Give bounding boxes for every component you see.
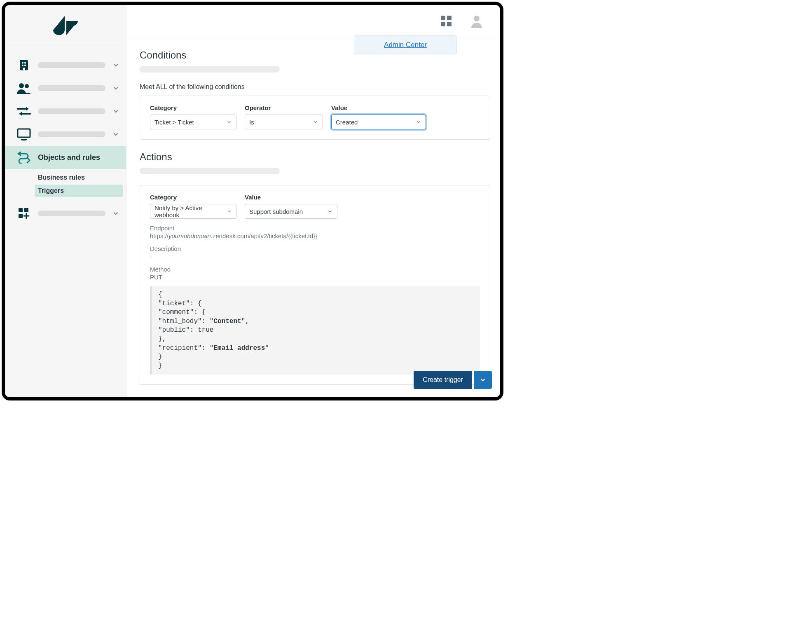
endpoint-value: https://yoursubdomain.zendesk.com/api/v2…	[150, 232, 480, 239]
select-value: Created	[336, 119, 358, 126]
conditions-meet-all: Meet ALL of the following conditions	[140, 83, 490, 91]
action-category-select[interactable]: Notify by > Active webhook	[150, 204, 236, 219]
svg-point-7	[25, 84, 29, 88]
action-category-label: Category	[150, 194, 236, 201]
chevron-down-icon	[226, 119, 232, 125]
svg-rect-19	[441, 22, 445, 26]
workflow-icon	[16, 150, 31, 165]
chevron-down-icon	[112, 84, 119, 92]
svg-rect-18	[447, 16, 452, 20]
sidebar-item-1[interactable]	[5, 54, 126, 77]
sidebar-item-objects-and-rules[interactable]: Objects and rules	[5, 146, 126, 169]
chevron-down-icon	[112, 131, 119, 138]
actions-title: Actions	[140, 151, 490, 163]
description-value: -	[150, 253, 480, 260]
sidebar: Objects and rules Business rules Trigger…	[5, 5, 126, 397]
building-icon	[16, 58, 31, 73]
chevron-down-icon	[112, 108, 119, 115]
svg-rect-5	[23, 68, 25, 70]
create-trigger-button[interactable]: Create trigger	[414, 371, 472, 389]
chevron-down-icon	[479, 376, 487, 384]
endpoint-label: Endpoint	[150, 225, 480, 232]
select-value: Is	[249, 119, 254, 126]
operator-label: Operator	[245, 104, 323, 111]
sidebar-item-label: Objects and rules	[38, 153, 119, 162]
chevron-down-icon	[313, 119, 318, 125]
logo-area	[5, 5, 126, 46]
apps-plus-icon	[16, 206, 31, 221]
description-label: Description	[150, 245, 480, 252]
select-value: Notify by > Active webhook	[154, 204, 222, 218]
svg-rect-10	[18, 129, 30, 137]
action-value-label: Value	[245, 194, 337, 201]
arrows-icon	[16, 104, 31, 119]
sidebar-item-6[interactable]	[5, 202, 126, 225]
admin-center-pill: Admin Center	[354, 35, 457, 54]
sidebar-item-4[interactable]	[5, 123, 126, 146]
chevron-down-icon	[227, 208, 232, 214]
actions-card: Category Notify by > Active webhook Valu…	[140, 185, 490, 385]
topbar	[126, 5, 500, 37]
chevron-down-icon	[416, 119, 421, 125]
admin-center-link[interactable]: Admin Center	[384, 41, 427, 49]
zendesk-logo	[53, 16, 78, 35]
select-value: Support subdomain	[249, 208, 303, 215]
footer-actions: Create trigger	[414, 371, 492, 389]
sidebar-subnav: Business rules Triggers	[5, 169, 126, 202]
main-area: Admin Center Conditions Meet ALL of the …	[126, 5, 500, 397]
method-label: Method	[150, 266, 480, 273]
sidebar-nav: Objects and rules Business rules Trigger…	[5, 46, 126, 225]
create-trigger-split[interactable]	[474, 371, 492, 389]
sidebar-label-placeholder	[38, 108, 105, 114]
sidebar-label-placeholder	[38, 62, 105, 68]
chevron-down-icon	[112, 61, 119, 69]
condition-value-select[interactable]: Created	[331, 115, 426, 129]
method-value: PUT	[150, 274, 480, 281]
conditions-desc-placeholder	[140, 66, 280, 73]
products-icon[interactable]	[439, 14, 453, 28]
category-label: Category	[150, 104, 236, 111]
svg-point-11	[21, 139, 27, 141]
sidebar-label-placeholder	[38, 85, 105, 91]
actions-desc-placeholder	[140, 168, 280, 174]
sidebar-subitem-triggers[interactable]: Triggers	[35, 185, 123, 197]
select-value: Ticket > Ticket	[154, 119, 194, 126]
sidebar-subitem-business-rules[interactable]: Business rules	[35, 171, 123, 184]
condition-category-select[interactable]: Ticket > Ticket	[150, 115, 236, 129]
sidebar-label-placeholder	[38, 131, 105, 137]
action-value-select[interactable]: Support subdomain	[245, 204, 337, 219]
svg-rect-13	[24, 208, 28, 212]
chevron-down-icon	[327, 208, 333, 214]
svg-rect-1	[22, 62, 23, 64]
sidebar-item-2[interactable]	[5, 77, 126, 100]
people-icon	[16, 81, 31, 96]
chevron-down-icon	[112, 210, 119, 217]
content: Conditions Meet ALL of the following con…	[126, 37, 500, 397]
monitor-icon	[16, 127, 31, 142]
svg-rect-20	[447, 22, 452, 26]
sidebar-label-placeholder	[38, 211, 105, 216]
svg-rect-17	[441, 16, 445, 20]
sidebar-item-3[interactable]	[5, 100, 126, 123]
svg-rect-14	[19, 214, 23, 218]
condition-operator-select[interactable]: Is	[245, 115, 323, 129]
svg-point-21	[474, 16, 480, 21]
svg-rect-2	[24, 62, 26, 64]
action-body-code: { "ticket": { "comment": { "html_body": …	[150, 286, 480, 375]
svg-rect-3	[22, 65, 23, 66]
value-label: Value	[331, 104, 426, 111]
svg-rect-4	[24, 65, 26, 66]
profile-icon[interactable]	[470, 14, 484, 28]
conditions-card: Category Ticket > Ticket Operator Is	[140, 96, 490, 140]
svg-rect-12	[19, 208, 23, 212]
svg-point-6	[19, 83, 24, 88]
